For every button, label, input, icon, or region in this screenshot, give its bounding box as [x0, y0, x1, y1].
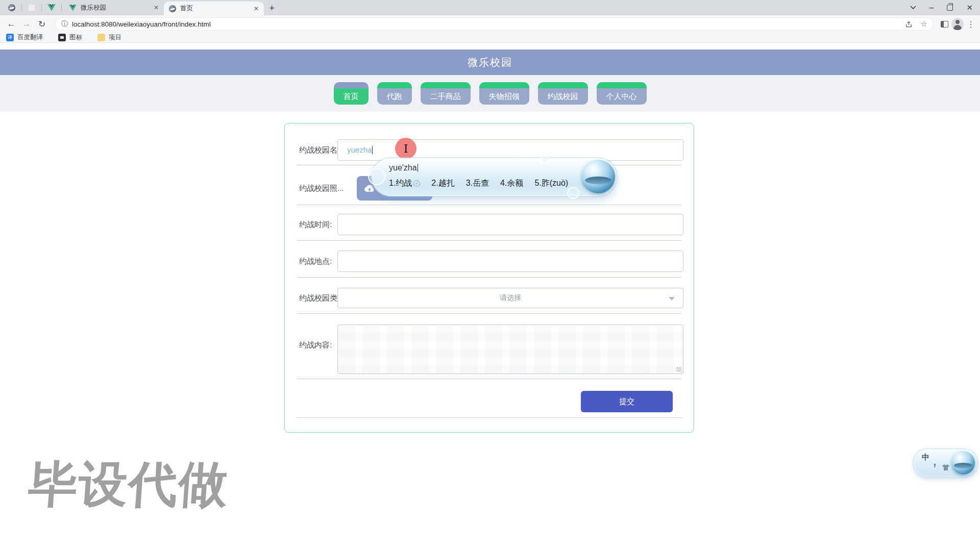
url-text: localhost:8080/weilexiaoyuan/front/index… — [72, 20, 211, 28]
battle-content-textarea[interactable] — [337, 325, 683, 374]
ime-candidate-3[interactable]: 3.岳查 — [466, 178, 489, 189]
tab-title: 微乐校园 — [81, 4, 150, 12]
main-nav: 首页 代跑 二手商品 失物招领 约战校园 个人中心 — [0, 75, 980, 112]
site-header: 微乐校园 — [0, 49, 980, 75]
nav-campus-battle-button[interactable]: 约战校园 — [538, 82, 588, 105]
close-tab-icon[interactable]: ✕ — [254, 6, 259, 12]
ime-mode-chinese[interactable]: 中 — [922, 453, 929, 462]
ime-candidate-2[interactable]: 2.越扎 — [431, 178, 454, 189]
nav-home-button[interactable]: 首页 — [334, 82, 369, 105]
ime-candidate-popup: yue'zha 1.约战 ✓ 2.越扎 3.岳查 4.余额 5.胙(zuò) ◀… — [372, 158, 617, 196]
site-info-icon[interactable]: ⓘ — [61, 19, 68, 29]
ime-logo-ball — [951, 451, 975, 475]
ime-candidate-5[interactable]: 5.胙(zuò) — [534, 178, 568, 189]
bookmarks-bar: 译 百度翻译 图标 项目 — [0, 33, 980, 43]
battle-name-input[interactable]: yuezha — [337, 139, 683, 161]
tab-weilexiaoyuan[interactable]: 微乐校园 ✕ — [64, 0, 164, 15]
tab-separator — [61, 4, 62, 11]
chevron-down-icon — [669, 297, 675, 301]
composition-text-in-input: yuezha — [347, 140, 373, 160]
row-divider — [297, 277, 681, 278]
row-divider — [297, 417, 681, 418]
bookmark-star-icon[interactable]: ☆ — [921, 19, 927, 29]
row-divider — [297, 313, 681, 314]
ime-candidate-4[interactable]: 4.余额 — [500, 178, 523, 189]
ime-candidate-1[interactable]: 1.约战 ✓ — [389, 178, 420, 189]
tab-home-active[interactable]: 首页 ✕ — [164, 2, 264, 15]
pinned-tab-blank[interactable] — [27, 3, 36, 12]
minimize-icon[interactable]: – — [929, 3, 934, 12]
address-bar[interactable]: ⓘ localhost:8080/weilexiaoyuan/front/ind… — [55, 17, 934, 31]
reload-icon[interactable]: ↻ — [36, 19, 48, 30]
close-window-icon[interactable]: ✕ — [966, 3, 973, 12]
share-icon[interactable] — [905, 20, 913, 28]
ime-composition: yue'zha — [389, 163, 418, 172]
nav-lostfound-button[interactable]: 失物招领 — [479, 82, 529, 105]
select-placeholder: 请选择 — [500, 293, 521, 303]
battle-type-select[interactable]: 请选择 — [337, 288, 683, 308]
ime-candidate-list: 1.约战 ✓ 2.越扎 3.岳查 4.余额 5.胙(zuò) ◀ ▶ — [389, 178, 593, 189]
text-caret — [418, 164, 418, 172]
back-icon[interactable]: ← — [5, 19, 17, 29]
click-indicator: I — [395, 138, 416, 159]
battle-place-input[interactable] — [337, 251, 683, 272]
browser-window: 微乐校园 ✕ 首页 ✕ + – ✕ ← → ↻ ⓘ localhost:8080… — [0, 0, 980, 547]
nav-personal-center-button[interactable]: 个人中心 — [597, 82, 647, 105]
bookmark-baidu-translate[interactable]: 译 百度翻译 — [6, 33, 43, 42]
tab-strip: 微乐校园 ✕ 首页 ✕ + – ✕ — [0, 0, 980, 15]
row-divider — [297, 240, 681, 241]
globe-favicon — [169, 5, 176, 12]
bookmark-icons[interactable]: 图标 — [58, 33, 82, 42]
profile-avatar[interactable] — [951, 18, 964, 30]
tab-separator — [41, 4, 42, 11]
restore-icon[interactable] — [947, 5, 953, 11]
window-controls: – ✕ — [910, 3, 973, 12]
translate-bookmark-icon: 译 — [6, 34, 14, 41]
tab-search-chevron-icon[interactable] — [910, 6, 916, 10]
bookmark-label: 百度翻译 — [17, 33, 43, 42]
new-tab-button[interactable]: + — [269, 3, 275, 13]
vue-favicon — [47, 4, 56, 11]
pinned-tab-vue[interactable] — [47, 3, 56, 12]
site-title: 微乐校园 — [468, 56, 512, 69]
forward-icon[interactable]: → — [20, 19, 33, 29]
textarea-resize-handle[interactable] — [676, 367, 681, 372]
field-label-photo: 约战校园照... — [299, 178, 356, 199]
submit-button[interactable]: 提交 — [581, 391, 673, 412]
folder-bookmark-icon — [97, 34, 105, 41]
cloud-candidate-icon: ✓ — [413, 180, 420, 187]
bookmark-label: 项目 — [109, 33, 121, 42]
tab-separator — [21, 4, 22, 11]
browser-toolbar: ← → ↻ ⓘ localhost:8080/weilexiaoyuan/fro… — [0, 15, 980, 33]
vue-favicon — [69, 5, 77, 11]
battle-time-input[interactable] — [337, 214, 683, 235]
bookmark-project[interactable]: 项目 — [97, 33, 121, 42]
cursor-ibeam-icon: I — [404, 142, 408, 155]
kebab-menu-icon[interactable]: ⋮ — [967, 19, 975, 29]
blank-favicon — [28, 4, 35, 11]
ime-skin-icon[interactable] — [942, 464, 950, 473]
row-divider — [297, 379, 681, 379]
bubble-decoration — [541, 155, 550, 164]
text-caret — [372, 146, 373, 154]
pinned-tab-globe[interactable] — [7, 3, 16, 12]
image-bookmark-icon — [58, 34, 66, 41]
watermark-text: 毕设代做 — [26, 452, 231, 518]
tab-title: 首页 — [180, 4, 250, 13]
globe-favicon — [8, 4, 15, 11]
row-divider — [297, 205, 681, 205]
nav-secondhand-button[interactable]: 二手商品 — [421, 82, 471, 105]
bookmark-label: 图标 — [69, 33, 82, 42]
ime-status-bar: 中 , — [914, 449, 977, 477]
side-panel-icon[interactable] — [941, 21, 948, 28]
bubble-decoration — [368, 168, 385, 185]
close-tab-icon[interactable]: ✕ — [154, 5, 159, 11]
ime-punctuation-icon[interactable]: , — [933, 453, 937, 468]
ime-logo-ball — [581, 160, 615, 193]
nav-errand-button[interactable]: 代跑 — [377, 82, 412, 105]
